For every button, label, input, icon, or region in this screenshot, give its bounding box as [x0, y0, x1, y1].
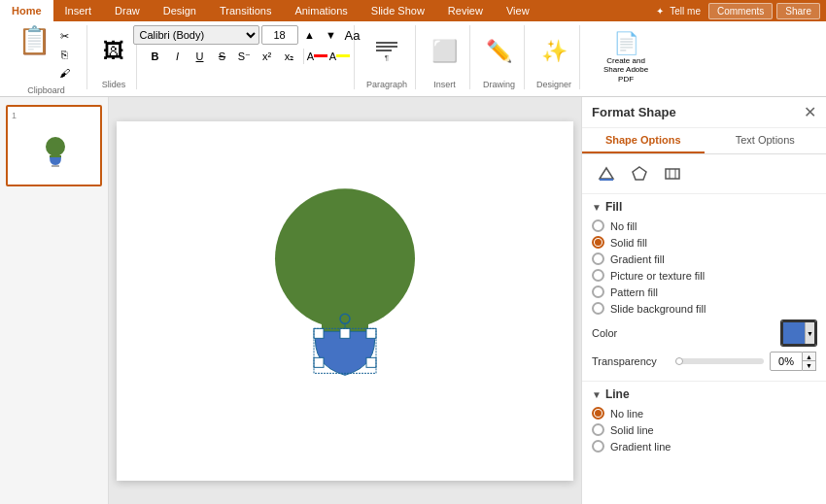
font-group: Calibri (Body) ▲ ▼ Aa B I U S S⁻ x² x₂ A… [141, 25, 355, 89]
designer-group: ✨ Designer [529, 25, 580, 89]
transparency-slider[interactable] [675, 358, 764, 364]
superscript-button[interactable]: x² [257, 47, 278, 66]
color-label: Color [592, 327, 617, 339]
transparency-input[interactable] [770, 352, 803, 371]
shape-options-tab[interactable]: Shape Options [582, 128, 705, 153]
font-size-decrease-button[interactable]: ▼ [322, 25, 341, 45]
text-options-tab[interactable]: Text Options [705, 128, 827, 153]
bulb-svg [258, 171, 432, 404]
color-picker-button[interactable]: ▼ [781, 320, 816, 346]
tab-home[interactable]: Home [0, 0, 53, 21]
subscript-button[interactable]: x₂ [279, 47, 300, 66]
font-family-select[interactable]: Calibri (Body) [133, 25, 259, 45]
effects-icon-button[interactable] [625, 160, 654, 187]
gradient-line-radio[interactable] [592, 440, 604, 453]
slide-thumbnail-bulb [42, 134, 69, 169]
new-slide-button[interactable]: 🖼 [99, 37, 128, 66]
transparency-down-button[interactable]: ▼ [803, 361, 816, 371]
tab-draw[interactable]: Draw [103, 0, 152, 21]
panel-title: Format Shape [592, 105, 676, 119]
fill-section-header[interactable]: ▼ Fill [592, 200, 816, 214]
solid-line-label: Solid line [610, 424, 654, 436]
bulb-shape-group [258, 171, 432, 407]
copy-button[interactable]: ⎘ [53, 46, 75, 63]
share-button[interactable]: Share [776, 3, 820, 19]
pattern-fill-option[interactable]: Pattern fill [592, 286, 816, 298]
new-slide-icon: 🖼 [103, 39, 124, 64]
line-section-header[interactable]: ▼ Line [592, 387, 816, 401]
handle-tl [314, 328, 324, 338]
italic-button[interactable]: I [167, 47, 189, 66]
svg-point-0 [46, 137, 65, 156]
gradient-line-label: Gradient line [610, 441, 671, 453]
gradient-fill-radio[interactable] [592, 252, 604, 265]
gradient-line-option[interactable]: Gradient line [592, 440, 816, 453]
solid-fill-option[interactable]: Solid fill [592, 236, 816, 249]
panel-tabs: Shape Options Text Options [582, 128, 826, 154]
tab-slideshow[interactable]: Slide Show [360, 0, 436, 21]
no-fill-option[interactable]: No fill [592, 219, 816, 232]
solid-line-radio[interactable] [592, 423, 604, 436]
solid-fill-radio[interactable] [592, 236, 604, 249]
text-highlight-button[interactable]: A [329, 47, 351, 66]
fill-section: ▼ Fill No fill Solid fill Gradient fill [582, 194, 826, 381]
font-color-button[interactable]: A [307, 47, 328, 66]
bold-button[interactable]: B [145, 47, 166, 66]
picture-fill-radio[interactable] [592, 269, 604, 282]
tab-view[interactable]: View [495, 0, 541, 21]
slide-bg-radio[interactable] [592, 302, 604, 315]
solid-fill-radio-inner [595, 239, 602, 246]
insert-button[interactable]: ⬜ [428, 37, 462, 66]
no-line-radio-inner [595, 410, 602, 417]
cut-button[interactable]: ✂ [53, 27, 75, 45]
shadow-button[interactable]: S⁻ [234, 47, 256, 66]
adobe-button[interactable]: 📄 Create and Share Adobe PDF [592, 29, 660, 86]
slides-group: 🖼 Slides [91, 25, 137, 89]
tab-animations[interactable]: Animations [283, 0, 359, 21]
no-line-radio[interactable] [592, 407, 604, 420]
canvas-area[interactable] [109, 97, 581, 504]
main-area: 1 [0, 97, 826, 504]
color-dropdown-icon[interactable]: ▼ [805, 322, 814, 344]
paste-button[interactable]: 📋 ✂ ⎘ 🖌 [14, 25, 79, 84]
comments-button[interactable]: Comments [708, 3, 773, 19]
solid-line-option[interactable]: Solid line [592, 423, 816, 436]
no-fill-radio[interactable] [592, 219, 604, 232]
slide-canvas [117, 121, 573, 481]
strikethrough-button[interactable]: S [212, 47, 233, 66]
drawing-button[interactable]: ✏️ [482, 37, 516, 66]
pattern-fill-radio[interactable] [592, 286, 604, 298]
font-size-increase-button[interactable]: ▲ [300, 25, 320, 45]
tell-me[interactable]: Tell me [670, 6, 701, 17]
transparency-input-group: ▲ ▼ [770, 352, 816, 371]
gradient-fill-option[interactable]: Gradient fill [592, 252, 816, 265]
designer-icon: ✨ [541, 39, 568, 64]
transparency-up-button[interactable]: ▲ [803, 352, 816, 361]
tab-design[interactable]: Design [152, 0, 208, 21]
handle-br [366, 357, 376, 367]
designer-button[interactable]: ✨ [537, 37, 571, 66]
tab-review[interactable]: Review [436, 0, 495, 21]
font-size-input[interactable] [261, 25, 298, 45]
svg-rect-2 [52, 165, 59, 167]
solid-fill-label: Solid fill [610, 237, 647, 249]
color-row: Color ▼ [592, 320, 816, 346]
bulb-circle [275, 188, 415, 328]
tab-transitions[interactable]: Transitions [208, 0, 283, 21]
format-painter-button[interactable]: 🖌 [53, 64, 75, 82]
slide-1-thumbnail[interactable]: 1 [6, 105, 102, 186]
slide-preview [12, 122, 99, 181]
fill-line-icon-button[interactable] [592, 160, 621, 187]
handle-bl [314, 357, 324, 367]
no-line-option[interactable]: No line [592, 407, 816, 420]
size-properties-icon-button[interactable] [658, 160, 687, 187]
gradient-fill-label: Gradient fill [610, 253, 665, 265]
slide-bg-fill-option[interactable]: Slide background fill [592, 302, 816, 315]
underline-button[interactable]: U [189, 47, 211, 66]
picture-texture-fill-option[interactable]: Picture or texture fill [592, 269, 816, 282]
format-shape-panel: Format Shape ✕ Shape Options Text Option… [581, 97, 826, 504]
tab-insert[interactable]: Insert [53, 0, 104, 21]
close-panel-button[interactable]: ✕ [804, 103, 816, 121]
adobe-group: 📄 Create and Share Adobe PDF [584, 25, 668, 89]
paragraph-options-button[interactable]: ¶ [370, 38, 403, 66]
